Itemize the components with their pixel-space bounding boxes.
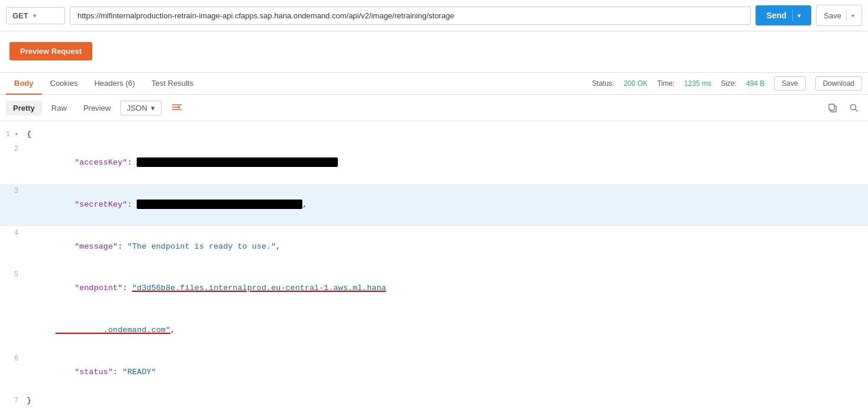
status-label: Status:	[592, 79, 614, 88]
code-area: 1 ▾ { 2 "accessKey": 3 "secretKey": , 4 …	[0, 121, 868, 414]
url-input[interactable]	[70, 7, 751, 25]
code-line-6: 6 "status": "READY"	[0, 352, 868, 394]
line-number-6: 6	[0, 353, 27, 365]
pretty-button[interactable]: Pretty	[6, 101, 42, 115]
code-content-6: "status": "READY"	[27, 352, 868, 393]
method-chevron: ▾	[33, 12, 36, 19]
method-label: GET	[12, 11, 28, 20]
response-save-button[interactable]: Save	[774, 76, 805, 91]
size-label: Size:	[721, 79, 737, 88]
svg-line-6	[856, 110, 858, 112]
redacted-access-key	[137, 157, 338, 167]
redacted-secret-key	[137, 200, 302, 209]
json-label: JSON	[127, 104, 147, 112]
line-number-3: 3	[0, 185, 27, 197]
code-line-1: 1 ▾ {	[0, 127, 868, 142]
status-value: 200 OK	[624, 79, 648, 88]
save-caret-icon: ▾	[851, 12, 854, 19]
top-bar: GET ▾ Send ▾ Save ▾	[0, 0, 868, 31]
response-meta: Status: 200 OK Time: 1235 ms Size: 494 B…	[592, 76, 862, 91]
right-icons	[824, 99, 862, 116]
code-content-1: {	[27, 128, 868, 141]
code-line-2: 2 "accessKey":	[0, 142, 868, 184]
response-download-button[interactable]: Download	[815, 76, 862, 91]
preview-button[interactable]: Preview	[76, 101, 118, 115]
search-icon[interactable]	[846, 99, 862, 116]
code-line-4: 4 "message": "The endpoint is ready to u…	[0, 226, 868, 268]
size-value: 494 B	[746, 79, 764, 88]
preview-request-button[interactable]: Preview Request	[9, 42, 92, 60]
code-content-2: "accessKey":	[27, 143, 868, 184]
raw-button[interactable]: Raw	[44, 101, 74, 115]
code-content-3: "secretKey": ,	[27, 185, 868, 226]
line-number-5: 5	[0, 269, 27, 281]
line-number-4: 4	[0, 227, 27, 239]
send-caret-icon: ▾	[798, 12, 801, 19]
json-caret-icon: ▾	[151, 104, 155, 112]
response-tabs-bar: Body Cookies Headers (6) Test Results St…	[0, 73, 868, 95]
tab-test-results[interactable]: Test Results	[143, 73, 202, 95]
wrap-icon[interactable]	[169, 99, 185, 116]
svg-rect-4	[829, 104, 834, 110]
time-label: Time:	[657, 79, 675, 88]
method-select[interactable]: GET ▾	[6, 7, 65, 24]
code-line-3: 3 "secretKey": ,	[0, 184, 868, 226]
format-bar: Pretty Raw Preview JSON ▾	[0, 95, 868, 121]
code-line-5-cont: .ondemand.com",	[0, 310, 868, 352]
code-line-5: 5 "endpoint": "d3d56b8e.files.internalpr…	[0, 268, 868, 310]
send-button[interactable]: Send ▾	[756, 5, 811, 25]
save-button[interactable]: Save ▾	[816, 5, 862, 26]
json-format-select[interactable]: JSON ▾	[120, 101, 162, 115]
tab-body[interactable]: Body	[6, 73, 42, 95]
tab-headers[interactable]: Headers (6)	[86, 73, 143, 95]
code-content-5-cont: .ondemand.com",	[27, 310, 868, 351]
code-content-5: "endpoint": "d3d56b8e.files.internalprod…	[27, 268, 868, 309]
tab-cookies[interactable]: Cookies	[42, 73, 86, 95]
line-number-1: 1 ▾	[0, 128, 27, 140]
time-value: 1235 ms	[684, 79, 711, 88]
code-line-7: 7 }	[0, 394, 868, 408]
line-number-7: 7	[0, 395, 27, 407]
copy-icon[interactable]	[824, 99, 841, 116]
line-number-2: 2	[0, 143, 27, 155]
code-content-7: }	[27, 394, 868, 408]
preview-section: Preview Request	[0, 31, 868, 73]
save-label: Save	[824, 11, 846, 20]
code-content-4: "message": "The endpoint is ready to use…	[27, 227, 868, 268]
send-label: Send	[766, 11, 792, 20]
